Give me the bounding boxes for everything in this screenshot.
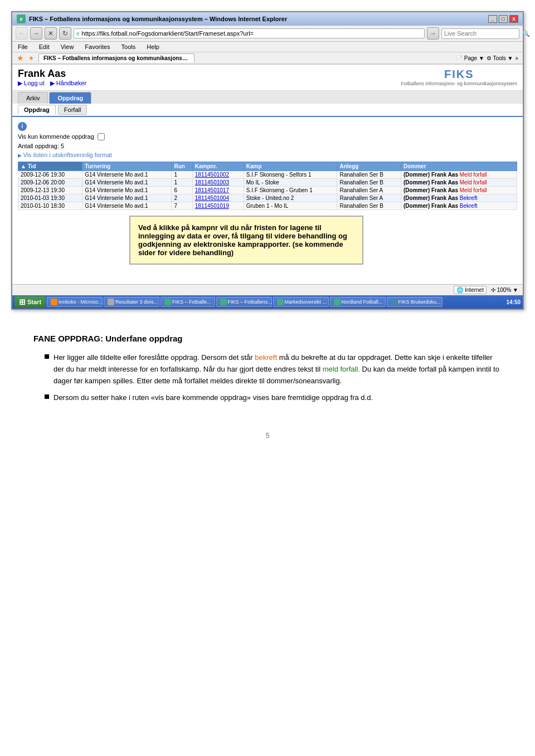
cell-turnering: G14 Vinterserie Mo avd.1 <box>82 186 172 194</box>
favorites-add-icon: ★ <box>28 55 34 62</box>
refresh-button[interactable]: ↻ <box>59 27 71 40</box>
col-tid[interactable]: ▲ Tid <box>18 162 82 170</box>
search-icon[interactable]: 🔍 <box>522 30 530 37</box>
table-row: 2010-01-10 18:30 G14 Vinterserie Mo avd.… <box>18 202 517 209</box>
status-badge[interactable]: Meld forfall <box>460 187 487 193</box>
back-button[interactable]: ← <box>16 27 28 40</box>
doc-title: FANE OPPDRAG: Underfane oppdrag <box>33 332 502 345</box>
cell-run: 1 <box>172 170 192 178</box>
cell-tid: 2010-01-10 18:30 <box>18 202 82 209</box>
col-kampnr[interactable]: Kampnr. <box>192 162 244 170</box>
status-badge[interactable]: Meld forfall <box>460 172 487 178</box>
toolbar-extend[interactable]: » <box>515 55 518 61</box>
handbook-link[interactable]: ▶ Håndbøker <box>50 80 86 87</box>
address-bar-wrapper: e <box>74 28 425 38</box>
sub-tab-oppdrag[interactable]: Oppdrag <box>18 105 56 115</box>
address-input[interactable] <box>82 30 422 37</box>
cell-anlegg: Ranahallen Ser B <box>337 202 401 209</box>
col-run[interactable]: Run <box>172 162 192 170</box>
col-dommer[interactable]: Dommer <box>401 162 517 170</box>
taskbar-item-label: FIKS – Fotballens... <box>228 299 272 305</box>
col-kamp[interactable]: Kamp <box>244 162 337 170</box>
print-link[interactable]: Vis listen i utskriftsvennlig format <box>18 152 517 158</box>
kampnr-link[interactable]: 18114501017 <box>195 187 229 193</box>
menu-view[interactable]: View <box>60 43 75 51</box>
taskbar-item[interactable]: Markedsoversikt ... <box>273 297 329 307</box>
cell-turnering: G14 Vinterserie Mo avd.1 <box>82 170 172 178</box>
menu-edit[interactable]: Edit <box>38 43 51 51</box>
status-badge[interactable]: Meld forfall <box>460 179 487 186</box>
col-turnering[interactable]: Turnering <box>82 162 172 170</box>
go-button[interactable]: → <box>427 27 439 40</box>
menu-file[interactable]: File <box>17 43 29 51</box>
taskbar-item[interactable]: FIKS – Fotballens... <box>216 297 272 307</box>
stop-button[interactable]: ✕ <box>45 27 57 40</box>
favorites-star-icon: ★ <box>17 53 24 62</box>
cell-kampnr[interactable]: 18114501003 <box>192 178 244 186</box>
nav-tab-oppdrag[interactable]: Oppdrag <box>49 92 91 104</box>
menu-tools[interactable]: Tools <box>120 43 137 51</box>
cell-tid: 2010-01-03 19:30 <box>18 194 82 202</box>
status-badge[interactable]: Bekreft <box>460 203 478 209</box>
favorites-tab[interactable]: FIKS – Fotballens informasjons og kommun… <box>38 53 194 62</box>
forward-button[interactable]: → <box>30 27 42 40</box>
status-badge[interactable]: Bekreft <box>460 195 478 201</box>
cell-kampnr[interactable]: 18114501002 <box>192 170 244 178</box>
menu-favorites[interactable]: Favorites <box>84 43 111 51</box>
start-button[interactable]: ⊞ Start <box>14 296 46 308</box>
nav-tab-arkiv[interactable]: Arkiv <box>18 92 48 104</box>
security-globe-icon: 🌐 <box>456 287 463 293</box>
cell-turnering: G14 Vinterserie Mo avd.1 <box>82 194 172 202</box>
status-security: 🌐 Internet <box>454 286 487 294</box>
cell-dommer: (Dommer) Frank Aas Meld forfall <box>401 170 517 178</box>
cell-tid: 2009-12-06 20:00 <box>18 178 82 186</box>
taskbar-item-icon <box>277 299 284 305</box>
col-anlegg[interactable]: Anlegg <box>337 162 401 170</box>
kampnr-link[interactable]: 18114501019 <box>195 203 229 209</box>
status-right: 🌐 Internet ✢ 100% ▼ <box>454 286 518 294</box>
minimize-button[interactable]: _ <box>488 15 497 23</box>
kampnr-link[interactable]: 18114501002 <box>195 172 229 178</box>
taskbar-item-icon <box>391 299 397 305</box>
browser-title-text: FIKS – Fotballens informasjons og kommun… <box>29 16 287 22</box>
taskbar-item[interactable]: Innboks - Microso... <box>47 297 103 307</box>
cell-kamp: Mo IL - Stoke <box>244 178 337 186</box>
count-label: Antall oppdrag: 5 <box>18 143 64 149</box>
taskbar-item-icon <box>108 299 114 305</box>
fiks-logo: FIKS Fotballens informasjons- og kommuni… <box>401 68 517 86</box>
doc-b1-before: Her ligger alle tildelte eller foreslått… <box>54 353 255 362</box>
kampnr-link[interactable]: 18114501003 <box>195 179 229 186</box>
cell-kampnr[interactable]: 18114501004 <box>192 194 244 202</box>
show-upcoming-checkbox[interactable] <box>98 133 105 140</box>
taskbar-item[interactable]: FIKS – Fotballe... <box>160 297 215 307</box>
show-upcoming-label: Vis kun kommende oppdrag <box>18 133 94 140</box>
cell-dommer: (Dommer) Frank Aas Bekreft <box>401 202 517 209</box>
taskbar-item-label: Markedsoversikt ... <box>285 299 327 305</box>
kampnr-link[interactable]: 18114501004 <box>195 195 229 201</box>
close-button[interactable]: X <box>509 15 518 23</box>
cell-kampnr[interactable]: 18114501017 <box>192 186 244 194</box>
search-input[interactable] <box>444 30 521 37</box>
cell-dommer: (Dommer) Frank Aas Meld forfall <box>401 186 517 194</box>
tools-button[interactable]: ⚙ Tools ▼ <box>487 55 513 61</box>
taskbar-item-label: Innboks - Microso... <box>59 299 103 305</box>
page-number: 5 <box>11 432 524 440</box>
taskbar-item[interactable]: Nordland Fotball... <box>330 297 386 307</box>
menu-bar: File Edit View Favorites Tools Help <box>12 42 523 52</box>
doc-title-normal: Underfane oppdrag <box>105 334 182 343</box>
cell-anlegg: Ranahallen Ser B <box>337 178 401 186</box>
page-button[interactable]: 📄 Page ▼ <box>456 55 484 61</box>
taskbar-item[interactable]: FIKS Brukerdoku... <box>387 297 442 307</box>
fiks-logo-sub: Fotballens informasjons- og kommunikasjo… <box>401 81 517 86</box>
taskbar-item[interactable]: Resultater 3 divis... <box>104 297 159 307</box>
taskbar-items: Innboks - Microso...Resultater 3 divis..… <box>47 297 505 307</box>
sub-tab-forfall[interactable]: Forfall <box>58 105 87 115</box>
maximize-button[interactable]: □ <box>499 15 508 23</box>
sub-tabs-row: Oppdrag Forfall <box>12 104 523 117</box>
logout-link[interactable]: ▶ Logg ut <box>18 80 45 87</box>
browser-content: Frank Aas ▶ Logg ut ▶ Håndbøker FIKS Fot… <box>12 64 523 295</box>
fiks-header: Frank Aas ▶ Logg ut ▶ Håndbøker FIKS Fot… <box>12 65 523 91</box>
cell-kampnr[interactable]: 18114501019 <box>192 202 244 209</box>
taskbar-item-icon <box>164 299 171 305</box>
menu-help[interactable]: Help <box>145 43 160 51</box>
